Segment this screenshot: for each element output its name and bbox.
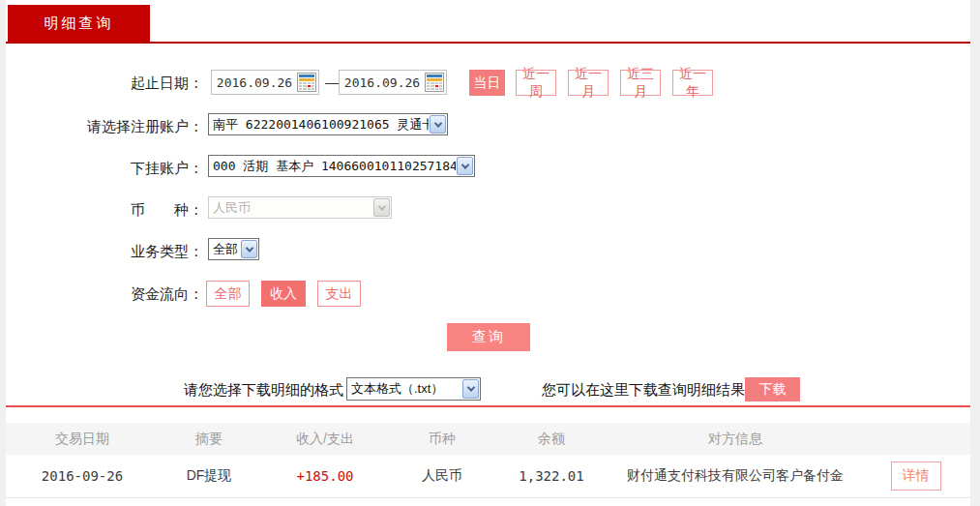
date-to-value: 2016.09.26 <box>340 75 425 90</box>
quick-range-quarter-button[interactable]: 近三月 <box>620 70 661 96</box>
date-from-value: 2016.09.26 <box>212 75 297 90</box>
cell-date: 2016-09-26 <box>6 468 159 484</box>
currency-label: 币 种： <box>6 201 203 220</box>
query-button[interactable]: 查询 <box>447 323 530 351</box>
business-type-value: 全部 <box>209 241 240 258</box>
chevron-down-icon[interactable] <box>241 240 257 258</box>
register-account-select[interactable]: 南平 6222001406100921065 灵通卡 <box>208 113 448 135</box>
cell-summary: DF提现 <box>159 467 259 485</box>
download-button[interactable]: 下载 <box>745 377 800 402</box>
detail-button[interactable]: 详情 <box>891 461 941 491</box>
chevron-down-icon <box>373 198 390 217</box>
col-header-amount: 收入/支出 <box>259 431 391 448</box>
cell-currency: 人民币 <box>391 467 493 485</box>
sub-account-select[interactable]: 000 活期 基本户 1406600101102571848 <box>208 155 475 177</box>
tab-underline <box>6 42 970 44</box>
flow-income-button[interactable]: 收入 <box>261 281 306 307</box>
quick-range-year-button[interactable]: 近一年 <box>672 70 713 96</box>
col-header-counterparty: 对方信息 <box>609 431 861 448</box>
register-account-value: 南平 6222001406100921065 灵通卡 <box>209 116 429 134</box>
date-separator: — <box>325 74 340 90</box>
download-format-value: 文本格式（.txt） <box>347 380 461 398</box>
currency-value: 人民币 <box>209 199 372 217</box>
register-account-label: 请选择注册账户： <box>6 118 203 136</box>
flow-all-button[interactable]: 全部 <box>206 281 250 307</box>
table-header: 交易日期 摘要 收入/支出 币种 余额 对方信息 <box>6 423 970 455</box>
currency-select: 人民币 <box>208 196 392 219</box>
date-to-input[interactable]: 2016.09.26 <box>339 70 447 95</box>
flow-expense-button[interactable]: 支出 <box>317 281 361 307</box>
cell-counterparty: 财付通支付科技有限公司客户备付金 <box>609 467 861 485</box>
main-panel: 明细查询 起止日期： 2016.09.26 — 2016.09.26 当日 近一… <box>6 0 970 506</box>
date-from-calendar-icon[interactable] <box>297 73 316 92</box>
download-format-label: 请您选择下载明细的格式 <box>6 381 343 400</box>
date-from-input[interactable]: 2016.09.26 <box>211 70 319 95</box>
chevron-down-icon[interactable] <box>462 379 479 399</box>
date-to-calendar-icon[interactable] <box>425 73 444 92</box>
fund-flow-label: 资金流向： <box>6 285 203 304</box>
business-type-select[interactable]: 全部 <box>208 238 259 260</box>
col-header-currency: 币种 <box>391 431 493 448</box>
quick-range-month-button[interactable]: 近一月 <box>568 70 609 96</box>
table-row: 2016-09-26 DF提现 +185.00 人民币 1,322.01 财付通… <box>6 455 970 498</box>
date-range-label: 起止日期： <box>6 74 203 93</box>
download-hint: 您可以在这里下载查询明细结果 <box>542 381 745 400</box>
col-header-balance: 余额 <box>493 431 609 448</box>
business-type-label: 业务类型： <box>6 243 203 261</box>
section-divider <box>6 405 970 407</box>
cell-amount: +185.00 <box>259 468 391 484</box>
download-format-select[interactable]: 文本格式（.txt） <box>346 377 481 401</box>
sub-account-label: 下挂账户： <box>6 160 203 178</box>
chevron-down-icon[interactable] <box>457 157 473 175</box>
col-header-date: 交易日期 <box>6 431 159 448</box>
col-header-summary: 摘要 <box>159 431 259 448</box>
cell-balance: 1,322.01 <box>493 468 609 484</box>
sub-account-value: 000 活期 基本户 1406600101102571848 <box>209 158 456 175</box>
chevron-down-icon[interactable] <box>430 115 446 134</box>
quick-range-today-button[interactable]: 当日 <box>469 70 505 96</box>
quick-range-week-button[interactable]: 近一周 <box>516 70 556 96</box>
tab-detail-query[interactable]: 明细查询 <box>8 5 150 42</box>
